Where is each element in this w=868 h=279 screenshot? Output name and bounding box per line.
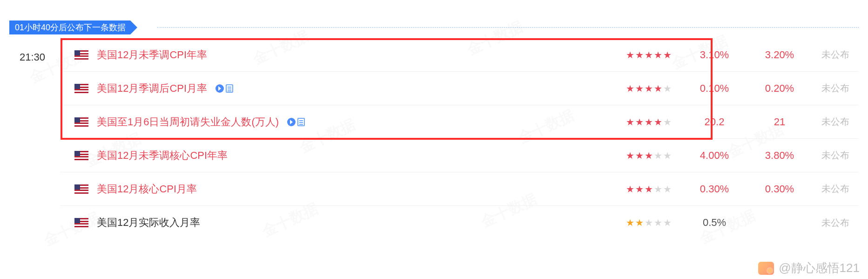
importance-stars: ★★★★★ (626, 116, 682, 128)
flag-us-icon (74, 50, 88, 60)
value-previous: 0.10% (682, 82, 747, 95)
importance-stars: ★★★★★ (626, 83, 682, 94)
event-title[interactable]: 美国12月季调后CPI月率 (97, 82, 207, 95)
flag-us-icon (74, 117, 88, 127)
status-badge: 未公布 (812, 82, 859, 95)
value-forecast: 3.80% (747, 150, 812, 162)
importance-stars: ★★★★★ (626, 150, 682, 161)
flag-us-icon (74, 84, 88, 93)
countdown-banner: 01小时40分后公布下一条数据 (9, 20, 130, 34)
event-row[interactable]: 美国12月核心CPI月率 ★★★★★ 0.30% 0.30% 未公布 (61, 172, 859, 206)
event-row[interactable]: 美国12月未季调核心CPI年率 ★★★★★ 4.00% 3.80% 未公布 (61, 139, 859, 172)
value-forecast: 0.30% (747, 183, 812, 195)
status-badge: 未公布 (812, 149, 859, 162)
event-row[interactable]: 美国12月季调后CPI月率 ★★★★★ 0.10% 0.20% 未公布 (61, 72, 859, 105)
value-previous: 20.2 (682, 116, 747, 128)
event-row[interactable]: 美国至1月6日当周初请失业金人数(万人) ★★★★★ 20.2 21 未公布 (61, 105, 859, 139)
value-forecast: 3.20% (747, 49, 812, 61)
value-forecast: 21 (747, 116, 812, 128)
weibo-watermark: @静心感悟121 (758, 260, 860, 276)
play-icon[interactable] (287, 118, 296, 126)
importance-stars: ★★★★★ (626, 49, 682, 61)
status-badge: 未公布 (812, 48, 859, 61)
importance-stars: ★★★★★ (626, 217, 682, 228)
event-row[interactable]: 美国12月未季调CPI年率 ★★★★★ 3.10% 3.20% 未公布 (61, 38, 859, 72)
countdown-text: 01小时40分后公布下一条数据 (15, 22, 126, 33)
document-icon[interactable] (297, 118, 305, 126)
value-previous: 0.5% (682, 217, 747, 229)
banner-dotted-line (157, 27, 859, 28)
event-title[interactable]: 美国12月实际收入月率 (97, 216, 200, 230)
event-row[interactable]: 美国12月实际收入月率 ★★★★★ 0.5% 未公布 (61, 206, 859, 239)
value-previous: 0.30% (682, 183, 747, 195)
value-previous: 4.00% (682, 150, 747, 162)
flag-us-icon (74, 184, 88, 194)
weibo-logo-icon (758, 262, 774, 275)
event-rows: 美国12月未季调CPI年率 ★★★★★ 3.10% 3.20% 未公布 美国12… (61, 38, 859, 239)
event-title[interactable]: 美国至1月6日当周初请失业金人数(万人) (97, 115, 279, 129)
document-icon[interactable] (226, 84, 233, 93)
value-forecast: 0.20% (747, 82, 812, 95)
play-icon[interactable] (215, 84, 224, 93)
author-handle: @静心感悟121 (779, 260, 860, 276)
flag-us-icon (74, 218, 88, 227)
event-title[interactable]: 美国12月未季调核心CPI年率 (97, 149, 228, 163)
event-extras (287, 118, 305, 126)
event-time: 21:30 (20, 51, 45, 63)
flag-us-icon (74, 151, 88, 160)
event-title[interactable]: 美国12月核心CPI月率 (97, 182, 197, 196)
status-badge: 未公布 (812, 183, 859, 195)
event-title[interactable]: 美国12月未季调CPI年率 (97, 48, 207, 62)
event-extras (215, 84, 233, 93)
value-previous: 3.10% (682, 49, 747, 61)
importance-stars: ★★★★★ (626, 184, 682, 195)
status-badge: 未公布 (812, 116, 859, 128)
status-badge: 未公布 (812, 217, 859, 229)
